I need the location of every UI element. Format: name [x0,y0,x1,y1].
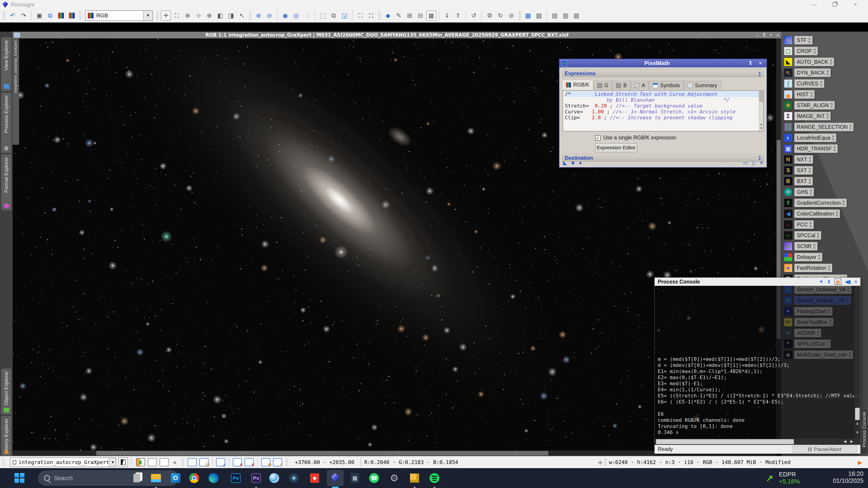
process-item-GradientCorrection[interactable]: ⇑GradientCorrectionND [784,198,847,207]
redo-icon[interactable]: ↷ [19,11,29,21]
taskbar-app-outlook[interactable]: O [167,470,184,486]
preview-goto-icon[interactable]: ◲ [340,11,349,21]
taskbar-app-galaxy-app[interactable] [285,470,302,486]
zoom-in-icon[interactable]: ⊕ [254,11,264,21]
image-window-titlebar[interactable]: RGB 1:1 integration_autocrop_GraXpert | … [13,32,781,38]
toolbar-grip[interactable] [360,458,362,466]
dialog-close-icon[interactable]: × [756,60,764,66]
console-scroll-up-icon[interactable]: ▲ [855,421,860,425]
zoom-shrink-icon[interactable]: ⊗ [183,11,193,21]
process-item-HIST[interactable]: ▄HISTND [784,90,815,99]
view-selector-dropdown[interactable]: integration_autocrop_GraXpert ▼ [10,457,116,467]
rgb-channels-icon[interactable] [67,11,77,21]
mask-add-icon[interactable]: ⊞ [405,11,414,21]
monitor-disable-icon[interactable]: ✕ [233,458,242,466]
zoom-1-1-icon[interactable]: ◉ [280,11,290,21]
start-button[interactable] [12,470,27,486]
overflow-chevron[interactable]: » [173,459,176,466]
toolbar-grip[interactable] [79,11,81,20]
zoom-out-icon[interactable]: ⊖ [265,11,274,21]
console-scroll-left-icon[interactable]: ◀ [844,439,846,444]
clock-widget[interactable]: 16:20 01/10/2025 [814,470,864,486]
preview-stack-icon[interactable]: ⧉ [329,11,339,21]
toolbar-grip[interactable] [286,458,288,466]
toolbar-grip[interactable] [130,458,132,466]
process-item-RANGE_SELECTION[interactable]: RANGE_SELECTIONND [784,123,854,131]
show-mask-icon[interactable]: ▦ [426,11,436,21]
taskbar-app-window-stack[interactable] [128,470,145,486]
mask-invert-icon[interactable]: ↺ [469,11,479,21]
readout-find-icon[interactable]: ▧ [571,11,581,21]
pixelmath-tab-a[interactable]: A [631,81,649,90]
image-minimize-icon[interactable]: – [754,33,761,38]
process-item-STF[interactable]: ∿STFND [784,36,813,45]
sidebar-tab-history-explorer[interactable]: History Explorer [1,416,11,455]
console-dock-icon[interactable]: ▣ [835,279,841,285]
readout-check-icon[interactable]: ▥ [561,11,570,21]
toolbar-grip[interactable] [182,458,184,466]
console-vscroll-thumb[interactable] [855,408,860,420]
expression-editor-area[interactable]: /* Linked Stretch Test with Curve Adjust… [563,90,764,131]
process-item-DYN_BACK[interactable]: ↖DYN_BACKND [784,68,831,77]
pause-abort-button[interactable]: Pause/Abort [793,446,857,453]
monitor-transfer-icon[interactable]: ↙ [216,458,225,466]
taskbar-app-calculator[interactable]: ▦ [346,470,363,486]
monitor-disable-alt-icon[interactable]: ✕ [245,458,254,466]
pixelmath-tab-symbols[interactable]: Symbols [649,81,684,90]
process-item-SCNR[interactable]: ●SCNRND [784,242,817,251]
console-scroll-down-icon[interactable]: ▼ [855,430,860,434]
fullscreen-icon[interactable]: ⛶ [355,11,365,21]
mask-new-icon[interactable]: ◆ [383,11,393,21]
process-item-Debayer[interactable]: DebayerND [784,253,822,262]
window-close-button[interactable]: × [845,0,866,9]
process-item-PCC[interactable]: ∩PCCND [784,220,814,229]
apply-icon[interactable]: ■ [571,160,575,166]
window-minimize-button[interactable]: — [803,0,824,9]
layout-slot-icon[interactable] [160,458,168,466]
process-item-FastRotation[interactable]: ●FastRotationND [784,263,832,272]
realtime-preview-icon[interactable]: ● [579,160,582,166]
mask-sub-icon[interactable]: ⊟ [415,11,426,21]
process-item-SXT[interactable]: SSXTND [784,166,813,175]
taskbar-app-pixinsight[interactable] [327,470,344,486]
sidebar-tab-view-explorer[interactable]: View Explorer [1,37,11,91]
bracket-view-icon[interactable]: ⛚ [366,11,376,21]
toolbar-grip[interactable] [519,11,521,20]
pixelmath-titlebar[interactable]: ∞ PixelMath ⊼ × [559,59,767,67]
stock-widget[interactable]: ↗ EDPR +5,18% [766,470,800,486]
process-item-AUTO_BACK[interactable]: ◣AUTO_BACKND [784,57,834,66]
image-id-icon[interactable]: ▣ [34,11,44,21]
center-icon[interactable]: ⊹ [193,11,204,21]
process-console-side-tab[interactable]: Process Console [860,409,868,454]
clear-icon[interactable]: ⊘ [506,11,516,21]
pixelmath-tab-b[interactable]: B [612,81,630,90]
stf-toggle-button[interactable] [119,457,128,467]
process-item-BXT[interactable]: BBXTND [784,177,813,186]
console-dropdown-icon[interactable]: ▼ [819,279,824,285]
background-icon[interactable]: ▩ [523,11,533,21]
process-item-HDR_TRANSF[interactable]: ▣HDR_TRANSFND [784,144,838,153]
process-item-GHS[interactable]: +GHSND [784,188,814,197]
dialog-shade-icon[interactable]: ⊼ [747,60,754,66]
taskbar-app-sticky-notes[interactable] [406,470,423,486]
fit-right-icon[interactable]: ◨ [226,11,236,21]
taskbar-app-spotify[interactable] [426,470,443,486]
pixelmath-tab-rgbk[interactable]: RGB/K [562,79,593,90]
process-item-ColorCalibration[interactable]: ◀ColorCalibrationND [784,209,840,218]
sidebar-tab-object-explorer[interactable]: Object Explorer [1,369,11,414]
taskbar-app-chrome[interactable] [186,470,203,486]
pan-mode-icon[interactable]: ✛ [161,11,171,21]
mask-settings-icon[interactable]: ⚙ [485,11,495,21]
process-item-IMAGE_INT[interactable]: ΣIMAGE_INTND [784,111,831,121]
image-close-icon[interactable]: × [774,33,781,38]
toolbar-grip[interactable] [378,11,381,20]
process-console-header[interactable]: Process Console ▼ ⇕ ▣ ◀▮ × [655,278,860,286]
duplicate-window-icon[interactable]: ⧉ [45,11,55,21]
expression-editor-button[interactable]: Expression Editor [595,143,637,152]
monitor-icon[interactable] [188,458,197,466]
sphere-mode-icon[interactable]: ⊕ [204,11,214,21]
process-item-NXT[interactable]: NNXTND [784,155,813,164]
channel-selector-dropdown[interactable]: RGB▼ [85,10,153,21]
zoom-optimal-icon[interactable]: ◌ [302,11,312,21]
process-item-CURVES[interactable]: ∫CURVESND [784,79,825,88]
